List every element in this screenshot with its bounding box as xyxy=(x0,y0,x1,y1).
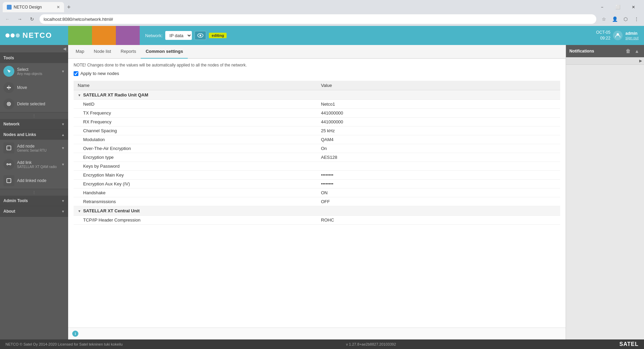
notifications-actions: 🗑 ▲ xyxy=(624,48,641,55)
sidebar-item-add-node[interactable]: Add node Generic Serial RTU ▼ xyxy=(0,140,68,156)
menu-icon[interactable]: ⋮ xyxy=(632,14,641,24)
sidebar-expand-collapse-2[interactable]: ⋮ xyxy=(0,189,68,196)
tab-map[interactable]: Map xyxy=(71,45,89,59)
notifications-collapse-button[interactable]: ▲ xyxy=(633,48,641,55)
row-name: NetID xyxy=(74,100,317,109)
tab-close-button[interactable]: ✕ xyxy=(57,5,60,10)
notifications-label: Notifications xyxy=(569,49,594,54)
new-tab-button[interactable]: + xyxy=(64,2,74,12)
admin-tools-section: Admin Tools ▼ xyxy=(0,196,68,206)
row-name: TCP/IP Header Compression xyxy=(74,216,317,225)
user-avatar xyxy=(613,31,623,40)
group-name: SATELLAR XT Radio Unit QAM xyxy=(83,92,148,97)
move-label: Move xyxy=(17,85,27,90)
app-logo-text: NETCO xyxy=(22,31,52,40)
admin-tools-header[interactable]: Admin Tools ▼ xyxy=(0,196,68,206)
network-label: Network xyxy=(3,122,19,126)
about-section: About ▼ xyxy=(0,206,68,217)
tab-reports[interactable]: Reports xyxy=(116,45,141,59)
table-group-header: ▼SATELLAR XT Central Unit xyxy=(74,206,560,216)
row-value: 441000000 xyxy=(317,118,560,126)
network-label: Network: xyxy=(145,33,163,38)
network-header[interactable]: Network ▼ xyxy=(0,119,68,129)
logo-dot-1 xyxy=(5,33,10,37)
col-name-header: Name xyxy=(74,81,317,90)
add-link-item-text: Add link SATELLAR XT QAM radio xyxy=(17,160,57,169)
sidebar-item-add-linked-node[interactable]: Add linked node xyxy=(0,172,68,189)
maximize-button[interactable]: ⬜ xyxy=(610,2,626,12)
logo-dot-3 xyxy=(16,33,20,37)
color-tab-orange[interactable] xyxy=(92,26,116,45)
color-tab-purple[interactable] xyxy=(116,26,140,45)
tab-common-settings[interactable]: Common settings xyxy=(141,45,188,59)
add-node-sub-label: Generic Serial RTU xyxy=(17,149,47,152)
profile-icon[interactable]: 👤 xyxy=(610,14,619,24)
move-icon xyxy=(3,82,14,93)
row-value: AES128 xyxy=(317,153,560,162)
delete-label: Delete selected xyxy=(17,102,45,106)
sidebar-item-delete[interactable]: Delete selected xyxy=(0,96,68,112)
footer-brand: SATEL xyxy=(619,341,639,347)
tab-favicon xyxy=(7,5,12,10)
nodes-links-header[interactable]: Nodes and Links ▲ xyxy=(0,130,68,140)
sidebar-item-add-link[interactable]: Add link SATELLAR XT QAM radio ▼ xyxy=(0,156,68,172)
right-panel: Notifications 🗑 ▲ ▶ xyxy=(566,45,644,339)
back-button[interactable]: ← xyxy=(3,14,12,24)
logo-dot-2 xyxy=(11,33,15,37)
settings-table: Name Value ▼SATELLAR XT Radio Unit QAM N… xyxy=(74,81,560,225)
footer-version: v 1.27.8+ae2b8827.20103392 xyxy=(346,342,396,346)
col-value-header: Value xyxy=(317,81,560,90)
svg-point-10 xyxy=(10,164,11,165)
bookmark-icon[interactable]: ☆ xyxy=(599,14,609,24)
footer: NETCO © Satel Oy 2014-2020 Licensed for … xyxy=(0,339,644,349)
group-arrow-icon: ▼ xyxy=(78,93,81,97)
logo-dots xyxy=(5,33,20,37)
color-tab-green[interactable] xyxy=(68,26,92,45)
add-link-icon xyxy=(3,159,14,170)
admin-tools-label: Admin Tools xyxy=(3,198,28,203)
extensions-icon[interactable]: ⬡ xyxy=(621,14,630,24)
sidebar-item-select[interactable]: Select Any map objects ▼ xyxy=(0,63,68,79)
user-date-time: OCT-05 09:22 xyxy=(596,30,610,41)
network-select[interactable]: IP data xyxy=(165,31,192,40)
row-value: On xyxy=(317,144,560,153)
about-header[interactable]: About ▼ xyxy=(0,206,68,216)
apply-checkbox-label: Apply to new nodes xyxy=(80,71,119,76)
add-link-arrow-icon: ▼ xyxy=(61,163,65,166)
sidebar-item-move[interactable]: Move xyxy=(0,79,68,96)
content-bottom-bar: i xyxy=(68,328,566,339)
sign-out-link[interactable]: sign out xyxy=(625,36,639,40)
tools-header[interactable]: Tools xyxy=(0,53,68,63)
user-info: admin sign out xyxy=(625,31,639,40)
forward-button[interactable]: → xyxy=(15,14,25,24)
apply-to-new-nodes-checkbox[interactable]: Apply to new nodes xyxy=(74,71,560,76)
table-row: Channel Spacing 25 kHz xyxy=(74,126,560,135)
select-item-text: Select Any map objects xyxy=(17,67,42,76)
sidebar-collapse-button[interactable]: ◀ xyxy=(63,46,66,51)
group-arrow-icon: ▼ xyxy=(78,209,81,213)
nodes-links-label: Nodes and Links xyxy=(3,132,36,137)
table-group-header: ▼SATELLAR XT Radio Unit QAM xyxy=(74,90,560,100)
add-node-arrow-icon: ▼ xyxy=(61,146,65,150)
settings-content: NOTE! Changes done to the values will be… xyxy=(68,59,566,328)
close-button[interactable]: ✕ xyxy=(626,2,641,12)
minimize-button[interactable]: − xyxy=(594,2,610,12)
row-name: Handshake xyxy=(74,188,317,197)
table-row: Handshake ON xyxy=(74,188,560,197)
apply-checkbox-input[interactable] xyxy=(74,71,78,76)
notifications-trash-button[interactable]: 🗑 xyxy=(624,48,632,55)
add-node-label: Add node xyxy=(17,144,47,149)
sidebar: ◀ Tools Select Any map objects xyxy=(0,45,68,339)
editing-badge: editing xyxy=(209,33,227,38)
browser-tab[interactable]: NETCO Design ✕ xyxy=(3,2,64,12)
eye-button[interactable] xyxy=(195,31,206,40)
row-name: Keys by Password xyxy=(74,162,317,171)
address-bar-input[interactable] xyxy=(40,14,596,24)
row-name: Channel Spacing xyxy=(74,126,317,135)
sidebar-expand-collapse[interactable]: ⋮ xyxy=(0,112,68,119)
right-panel-expand-button[interactable]: ▶ xyxy=(566,57,644,65)
reload-button[interactable]: ↻ xyxy=(27,14,37,24)
tab-node-list[interactable]: Node list xyxy=(89,45,116,59)
table-row: TX Frequency 441000000 xyxy=(74,109,560,118)
row-value: ROHC xyxy=(317,216,560,225)
